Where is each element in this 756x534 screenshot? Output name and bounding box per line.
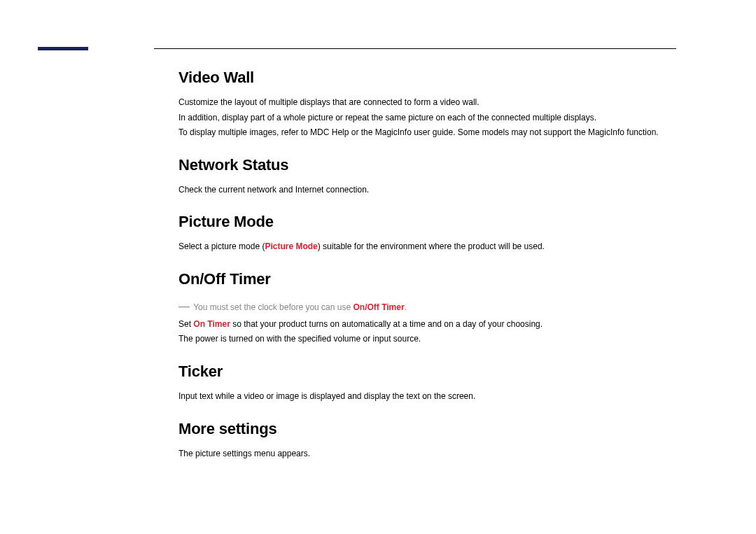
text: ) suitable for the environment where the… — [318, 241, 545, 251]
note-text: You must set the clock before you can us… — [193, 302, 353, 312]
body-more-settings: The picture settings menu appears. — [178, 447, 676, 462]
heading-picture-mode: Picture Mode — [178, 213, 676, 231]
note: ― You must set the clock before you can … — [178, 297, 676, 317]
section-video-wall: Video Wall Customize the layout of multi… — [178, 69, 676, 141]
side-accent-bar — [38, 47, 88, 50]
paragraph: Set On Timer so that your product turns … — [178, 317, 676, 332]
heading-on-off-timer: On/Off Timer — [178, 270, 676, 288]
paragraph: Customize the layout of multiple display… — [178, 95, 676, 111]
section-picture-mode: Picture Mode Select a picture mode (Pict… — [178, 213, 676, 255]
note-text: . — [405, 302, 407, 312]
top-rule — [154, 48, 676, 49]
paragraph: To display multiple images, refer to MDC… — [178, 125, 676, 141]
heading-ticker: Ticker — [178, 363, 676, 381]
bold-term: On Timer — [193, 319, 230, 329]
bold-term: Picture Mode — [265, 241, 317, 251]
body-video-wall: Customize the layout of multiple display… — [178, 95, 676, 141]
document-content: Video Wall Customize the layout of multi… — [178, 69, 676, 477]
bold-term: On/Off Timer — [353, 302, 404, 312]
heading-network-status: Network Status — [178, 156, 676, 174]
body-network-status: Check the current network and Internet c… — [178, 183, 676, 198]
paragraph: Input text while a video or image is dis… — [178, 389, 676, 405]
section-on-off-timer: On/Off Timer ― You must set the clock be… — [178, 270, 676, 347]
section-network-status: Network Status Check the current network… — [178, 156, 676, 198]
body-on-off-timer: Set On Timer so that your product turns … — [178, 317, 676, 347]
text: so that your product turns on automatica… — [230, 319, 542, 329]
heading-video-wall: Video Wall — [178, 69, 676, 87]
body-picture-mode: Select a picture mode (Picture Mode) sui… — [178, 239, 676, 255]
paragraph: Check the current network and Internet c… — [178, 183, 676, 198]
heading-more-settings: More settings — [178, 420, 676, 438]
section-ticker: Ticker Input text while a video or image… — [178, 363, 676, 405]
section-more-settings: More settings The picture settings menu … — [178, 420, 676, 462]
paragraph: The picture settings menu appears. — [178, 447, 676, 462]
body-ticker: Input text while a video or image is dis… — [178, 389, 676, 405]
paragraph: Select a picture mode (Picture Mode) sui… — [178, 239, 676, 255]
paragraph: In addition, display part of a whole pic… — [178, 111, 676, 126]
text: Select a picture mode ( — [178, 241, 265, 251]
paragraph: The power is turned on with the specifie… — [178, 332, 676, 347]
text: Set — [178, 319, 193, 329]
note-dash-icon: ― — [178, 300, 190, 312]
